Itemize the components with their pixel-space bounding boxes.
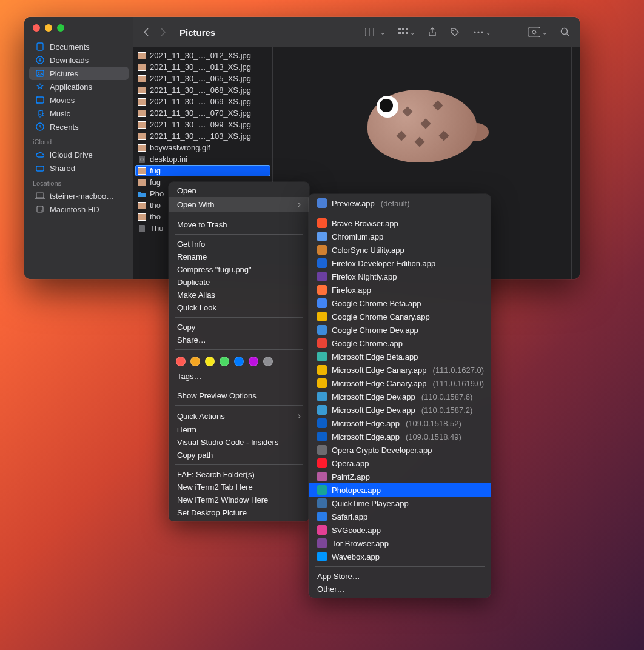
view-columns-button[interactable]: ⌄	[365, 28, 385, 36]
file-row[interactable]: desktop.ini	[135, 153, 270, 165]
ctx-copy[interactable]: Copy	[169, 321, 309, 333]
tags-button[interactable]	[450, 27, 460, 37]
zoom-button[interactable]	[57, 24, 64, 32]
open-with-google-chrome-beta-app[interactable]: Google Chrome Beta.app	[309, 297, 491, 310]
open-with-brave-browser-app[interactable]: Brave Browser.app	[309, 216, 491, 230]
app-name: PaintZ.app	[332, 472, 370, 481]
file-row[interactable]: 2021_11_30_…_069_XS.jpg	[135, 96, 270, 107]
sidebar-item-applications[interactable]: Applications	[29, 80, 129, 93]
ctx-compress[interactable]: Compress "fugu.png"	[169, 263, 309, 276]
ctx-move-to-trash[interactable]: Move to Trash	[169, 218, 309, 231]
svg-rect-25	[528, 27, 540, 37]
open-with-wavebox-app[interactable]: Wavebox.app	[309, 550, 491, 563]
file-row[interactable]: 2021_11_30_…_099_XS.jpg	[135, 119, 270, 130]
svg-rect-30	[138, 53, 146, 59]
action-button[interactable]: ⌄	[473, 28, 491, 36]
file-row[interactable]: fug	[135, 165, 270, 176]
open-with-colorsync-utility-app[interactable]: ColorSync Utility.app	[309, 243, 491, 256]
open-with-microsoft-edge-app[interactable]: Microsoft Edge.app(109.0.1518.52)	[309, 417, 491, 430]
ctx-new-iterm-window[interactable]: New iTerm2 Window Here	[169, 494, 309, 506]
sidebar-item-music[interactable]: Music	[29, 107, 129, 120]
open-with-microsoft-edge-dev-app[interactable]: Microsoft Edge Dev.app(110.0.1587.2)	[309, 403, 491, 417]
ctx-share[interactable]: Share…	[169, 333, 309, 346]
ctx-open-with[interactable]: Open With	[169, 197, 309, 212]
open-with-microsoft-edge-app[interactable]: Microsoft Edge.app(109.0.1518.49)	[309, 430, 491, 443]
file-row[interactable]: boywasiwrong.gif	[135, 142, 270, 153]
tag-color[interactable]	[249, 357, 258, 366]
ctx-make-alias[interactable]: Make Alias	[169, 289, 309, 301]
ctx-faf[interactable]: FAF: Search Folder(s)	[169, 468, 309, 481]
nav-forward-button[interactable]	[160, 27, 166, 37]
sidebar-item-movies[interactable]: Movies	[29, 93, 129, 107]
open-with-microsoft-edge-dev-app[interactable]: Microsoft Edge Dev.app(110.0.1587.6)	[309, 390, 491, 403]
file-row[interactable]: 2021_11_30_…_068_XS.jpg	[135, 84, 270, 96]
ctx-rename[interactable]: Rename	[169, 250, 309, 263]
ctx-copy-path[interactable]: Copy path	[169, 449, 309, 461]
file-row[interactable]: 2021_11_30_…_012_XS.jpg	[135, 50, 270, 61]
tag-color[interactable]	[263, 357, 273, 366]
ctx-vscode[interactable]: Visual Studio Code - Insiders	[169, 436, 309, 449]
ctx-get-info[interactable]: Get Info	[169, 238, 309, 250]
ctx-iterm[interactable]: iTerm	[169, 423, 309, 436]
sidebar-item-pictures[interactable]: Pictures	[29, 67, 129, 80]
open-with-chromium-app[interactable]: Chromium.app	[309, 230, 491, 243]
finder-sidebar: DocumentsDownloadsPicturesApplicationsMo…	[24, 17, 133, 279]
file-row[interactable]: 2021_11_30_…_013_XS.jpg	[135, 61, 270, 73]
ctx-show-preview-options[interactable]: Show Preview Options	[169, 389, 309, 402]
open-with-google-chrome-app[interactable]: Google Chrome.app	[309, 337, 491, 350]
sidebar-item-icloud-drive[interactable]: iCloud Drive	[29, 148, 129, 161]
close-button[interactable]	[33, 24, 40, 32]
tag-color[interactable]	[190, 357, 200, 366]
open-with-firefox-app[interactable]: Firefox.app	[309, 283, 491, 297]
tag-color[interactable]	[176, 357, 186, 366]
open-with-opera-crypto-developer-app[interactable]: Opera Crypto Developer.app	[309, 443, 491, 457]
open-with-google-chrome-canary-app[interactable]: Google Chrome Canary.app	[309, 310, 491, 323]
file-row[interactable]: 2021_11_30_…_103_XS.jpg	[135, 130, 270, 142]
open-with-tor-browser-app[interactable]: Tor Browser.app	[309, 537, 491, 550]
sidebar-item-shared[interactable]: Shared	[29, 161, 129, 175]
preview-scrollbar[interactable]	[571, 47, 580, 279]
open-with-microsoft-edge-canary-app[interactable]: Microsoft Edge Canary.app(111.0.1619.0)	[309, 377, 491, 390]
sidebar-item-recents[interactable]: Recents	[29, 120, 129, 133]
quick-action-button[interactable]: ⌄	[528, 27, 547, 37]
open-with-google-chrome-dev-app[interactable]: Google Chrome Dev.app	[309, 323, 491, 337]
open-with-firefox-developer-edition-app[interactable]: Firefox Developer Edition.app	[309, 256, 491, 270]
tag-color[interactable]	[234, 357, 244, 366]
sidebar-item-macintosh-hd[interactable]: Macintosh HD	[29, 203, 129, 216]
open-with-preview-app[interactable]: Preview.app(default)	[309, 196, 491, 210]
file-row[interactable]: 2021_11_30_…_070_XS.jpg	[135, 107, 270, 119]
open-with-microsoft-edge-canary-app[interactable]: Microsoft Edge Canary.app(111.0.1627.0)	[309, 363, 491, 377]
open-with-svgcode-app[interactable]: SVGcode.app	[309, 523, 491, 537]
open-with-paintz-app[interactable]: PaintZ.app	[309, 470, 491, 483]
sidebar-item-downloads[interactable]: Downloads	[29, 53, 129, 67]
open-with-app-store[interactable]: App Store…	[309, 570, 491, 583]
svg-rect-50	[138, 168, 146, 174]
group-button[interactable]: ⌄	[398, 28, 415, 36]
ctx-duplicate[interactable]: Duplicate	[169, 276, 309, 289]
sidebar-item-documents[interactable]: Documents	[29, 40, 129, 53]
open-with-firefox-nightly-app[interactable]: Firefox Nightly.app	[309, 270, 491, 283]
search-button[interactable]	[560, 27, 570, 37]
ctx-quick-actions[interactable]: Quick Actions	[169, 409, 309, 423]
open-with-safari-app[interactable]: Safari.app	[309, 510, 491, 523]
ctx-quick-look[interactable]: Quick Look	[169, 301, 309, 314]
open-with-quicktime-player-app[interactable]: QuickTime Player.app	[309, 497, 491, 510]
ctx-open[interactable]: Open	[169, 184, 309, 197]
minimize-button[interactable]	[45, 24, 52, 32]
open-with-microsoft-edge-beta-app[interactable]: Microsoft Edge Beta.app	[309, 350, 491, 363]
ctx-new-iterm-tab[interactable]: New iTerm2 Tab Here	[169, 481, 309, 494]
file-row[interactable]: 2021_11_30_…_065_XS.jpg	[135, 73, 270, 84]
tag-color[interactable]	[220, 357, 229, 366]
sidebar-item-tsteiner-macboo-[interactable]: tsteiner-macboo…	[29, 189, 129, 203]
ctx-set-desktop-picture[interactable]: Set Desktop Picture	[169, 506, 309, 519]
open-with-opera-app[interactable]: Opera.app	[309, 457, 491, 470]
share-button[interactable]	[428, 27, 437, 37]
app-icon	[317, 325, 327, 335]
ctx-tags[interactable]: Tags…	[169, 370, 309, 383]
svg-rect-44	[138, 133, 146, 139]
open-with-other[interactable]: Other…	[309, 583, 491, 595]
svg-rect-12	[365, 28, 378, 36]
open-with-photopea-app[interactable]: Photopea.app	[309, 483, 491, 497]
tag-color[interactable]	[205, 357, 215, 366]
nav-back-button[interactable]	[143, 27, 149, 37]
